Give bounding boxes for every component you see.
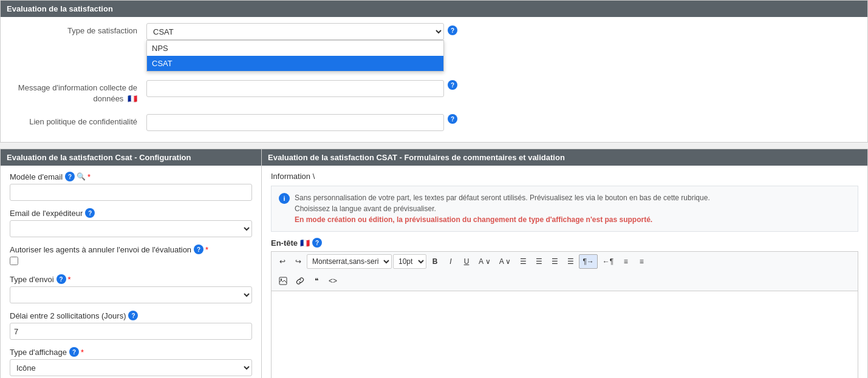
unordered-list-button[interactable]: ≡: [634, 254, 649, 269]
align-left-button[interactable]: ☰: [516, 254, 530, 269]
editor-toolbar-row1: ↩ ↪ Montserrat,sans-serif 10pt B I U A ∨…: [271, 251, 858, 271]
message-info-label: Message d'information collecte de donnée…: [13, 80, 146, 104]
privacy-label: Lien politique de confidentialité: [13, 114, 146, 127]
top-section-title: Evaluation de la satisfaction: [7, 4, 113, 13]
left-section-title: Evaluation de la satisfaction Csat - Con…: [7, 153, 191, 162]
font-family-select[interactable]: Montserrat,sans-serif: [307, 254, 392, 269]
entete-flag: 🇫🇷: [300, 238, 310, 248]
ordered-list-button[interactable]: ≡: [618, 254, 633, 269]
message-info-help-icon[interactable]: ?: [448, 80, 457, 90]
type-satisfaction-help-icon[interactable]: ?: [448, 25, 457, 35]
privacy-help-icon[interactable]: ?: [448, 114, 457, 124]
email-template-group: Modèle d'email ? 🔍 *: [10, 172, 252, 201]
cancel-eval-group: Autoriser les agents à annuler l'envoi d…: [10, 245, 252, 267]
info-icon: i: [279, 193, 290, 204]
italic-button[interactable]: I: [443, 254, 458, 269]
send-type-required: *: [68, 275, 71, 284]
dropdown-option-nps[interactable]: NPS: [147, 41, 443, 56]
send-type-help-icon[interactable]: ?: [56, 274, 66, 284]
editor-body[interactable]: [271, 291, 858, 378]
sender-email-help-icon[interactable]: ?: [85, 208, 95, 218]
display-type-label: Type d'affichage: [10, 348, 67, 357]
type-satisfaction-label: Type de satisfaction: [13, 23, 146, 36]
left-section-header: Evaluation de la satisfaction Csat - Con…: [1, 149, 261, 166]
delay-input[interactable]: [10, 323, 252, 340]
cancel-eval-required: *: [205, 245, 208, 254]
font-size-select[interactable]: 10pt: [393, 254, 426, 269]
entete-help-icon[interactable]: ?: [312, 238, 322, 248]
display-type-help-icon[interactable]: ?: [69, 347, 79, 357]
email-template-label: Modèle d'email: [10, 172, 63, 181]
send-type-label: Type d'envoi: [10, 275, 54, 284]
rtl-button[interactable]: ←¶: [599, 254, 617, 269]
right-info-section: Information \: [271, 172, 858, 181]
email-template-help-icon[interactable]: ?: [65, 172, 75, 181]
send-type-select[interactable]: [10, 286, 252, 303]
right-section-header: Evaluation de la satisfaction CSAT - For…: [262, 149, 867, 166]
delay-help-icon[interactable]: ?: [128, 311, 138, 320]
display-type-group: Type d'affichage ? * Icône: [10, 347, 252, 376]
cancel-eval-help-icon[interactable]: ?: [194, 245, 203, 254]
email-template-input[interactable]: [10, 184, 252, 201]
ltr-button[interactable]: ¶→: [579, 254, 597, 269]
sender-email-label: Email de l'expéditeur: [10, 209, 83, 218]
delay-group: Délai entre 2 sollicitations (Jours) ?: [10, 311, 252, 340]
message-info-input[interactable]: [146, 80, 444, 97]
flag-fr: 🇫🇷: [128, 93, 137, 104]
quote-button[interactable]: ❝: [309, 274, 324, 288]
entete-label: En-tête 🇫🇷 ?: [271, 238, 858, 248]
highlight-button[interactable]: A ∨: [496, 254, 515, 269]
font-color-button[interactable]: A ∨: [475, 254, 494, 269]
display-type-select[interactable]: Icône: [10, 359, 252, 376]
align-center-button[interactable]: ☰: [531, 254, 546, 269]
right-section-title: Evaluation de la satisfaction CSAT - For…: [268, 153, 565, 162]
info-box: i Sans personnalisation de votre part, l…: [271, 186, 858, 232]
type-satisfaction-select[interactable]: CSAT: [146, 23, 444, 40]
align-right-button[interactable]: ☰: [547, 254, 562, 269]
editor-toolbar-row2: ❝ <>: [271, 271, 858, 291]
type-satisfaction-dropdown[interactable]: NPS CSAT: [146, 40, 444, 72]
bold-button[interactable]: B: [428, 254, 442, 269]
info-box-text: Sans personnalisation de votre part, les…: [295, 192, 850, 225]
email-template-required: *: [87, 172, 91, 181]
link-button[interactable]: [292, 274, 308, 288]
email-template-search-icon[interactable]: 🔍: [77, 172, 86, 181]
cancel-eval-checkbox[interactable]: [10, 257, 18, 265]
undo-button[interactable]: ↩: [275, 254, 290, 269]
sender-email-select[interactable]: [10, 220, 252, 237]
image-button[interactable]: [275, 274, 291, 288]
top-section-header: Evaluation de la satisfaction: [1, 1, 867, 17]
code-button[interactable]: <>: [325, 274, 341, 288]
privacy-input[interactable]: [146, 114, 444, 131]
dropdown-option-csat[interactable]: CSAT: [147, 56, 443, 71]
underline-button[interactable]: U: [459, 254, 474, 269]
align-justify-button[interactable]: ☰: [563, 254, 578, 269]
send-type-group: Type d'envoi ? *: [10, 274, 252, 303]
delay-label: Délai entre 2 sollicitations (Jours): [10, 311, 126, 320]
sender-email-group: Email de l'expéditeur ?: [10, 208, 252, 237]
display-type-required: *: [81, 348, 84, 357]
redo-button[interactable]: ↪: [291, 254, 306, 269]
cancel-eval-label: Autoriser les agents à annuler l'envoi d…: [10, 245, 191, 254]
